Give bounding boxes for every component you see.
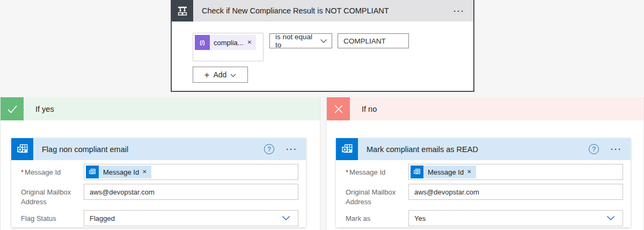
flag-status-row: Flag Status Flagged xyxy=(21,210,298,226)
token-label: Message Id xyxy=(423,168,467,176)
condition-operator-dropdown[interactable]: is not equal to xyxy=(269,33,332,48)
check-icon xyxy=(1,97,24,120)
ellipsis-icon: ··· xyxy=(286,145,297,154)
ellipsis-icon: ··· xyxy=(453,6,465,16)
plus-icon: + xyxy=(204,70,210,80)
condition-card-header[interactable]: Check if New Compliance Result is NOT CO… xyxy=(172,0,473,21)
required-mark: * xyxy=(21,168,24,176)
chevron-down-icon xyxy=(606,215,615,221)
if-yes-branch: If yes Flag non compliant email ? ··· xyxy=(0,97,320,230)
outlook-icon xyxy=(411,166,423,178)
mailbox-input[interactable] xyxy=(84,184,298,199)
mailbox-input[interactable] xyxy=(409,184,623,199)
condition-menu-button[interactable]: ··· xyxy=(445,7,473,15)
dynamic-content-token[interactable]: (/) complia... ✕ xyxy=(195,35,256,50)
action-title: Flag non compliant email xyxy=(42,145,264,154)
chevron-down-icon xyxy=(230,70,236,79)
condition-card: Check if New Compliance Result is NOT CO… xyxy=(171,0,474,92)
outlook-icon xyxy=(86,166,99,178)
message-id-field[interactable]: Message Id ✕ xyxy=(84,164,298,180)
outlook-icon xyxy=(336,138,358,160)
condition-operand-box[interactable]: (/) complia... ✕ xyxy=(193,33,264,61)
ellipsis-icon: ··· xyxy=(611,145,622,154)
cross-icon xyxy=(327,97,350,120)
outlook-icon xyxy=(11,138,33,160)
mark-as-label: Mark as xyxy=(346,210,408,224)
message-id-token[interactable]: Message Id ✕ xyxy=(411,166,476,178)
flag-status-value: Flagged xyxy=(84,214,282,222)
flag-status-label: Flag Status xyxy=(21,210,84,224)
message-id-token[interactable]: Message Id ✕ xyxy=(86,166,151,178)
token-label: Message Id xyxy=(99,168,142,176)
mark-as-dropdown[interactable]: Yes xyxy=(408,210,623,226)
action-card-header[interactable]: Mark compliant emails as READ ? ··· xyxy=(336,138,631,160)
message-id-row: *Message Id Message Id xyxy=(346,164,623,180)
token-remove-icon[interactable]: ✕ xyxy=(247,40,256,45)
help-icon[interactable]: ? xyxy=(589,144,599,154)
action-card-header[interactable]: Flag non compliant email ? ··· xyxy=(11,138,306,160)
chevron-down-icon xyxy=(320,39,327,44)
if-yes-label: If yes xyxy=(35,105,54,113)
action-body: *Message Id Message Id xyxy=(11,160,306,226)
token-label: complia... xyxy=(210,39,247,47)
flag-email-action-card: Flag non compliant email ? ··· *Message … xyxy=(11,138,306,227)
if-no-label: If no xyxy=(362,105,377,113)
if-yes-header: If yes xyxy=(1,97,320,120)
condition-value-input[interactable] xyxy=(338,33,409,48)
mark-as-row: Mark as Yes xyxy=(346,210,623,226)
flag-status-dropdown[interactable]: Flagged xyxy=(84,210,298,226)
message-id-label: *Message Id xyxy=(21,164,84,177)
mailbox-row: Original Mailbox Address xyxy=(21,184,298,206)
mark-read-action-card: Mark compliant emails as READ ? ··· *Mes… xyxy=(336,138,631,227)
chevron-down-icon xyxy=(282,215,290,221)
mailbox-label: Original Mailbox Address xyxy=(346,184,408,206)
message-id-label: *Message Id xyxy=(346,164,408,177)
action-title: Mark compliant emails as READ xyxy=(367,145,589,154)
if-no-header: If no xyxy=(327,97,643,120)
token-remove-icon[interactable]: ✕ xyxy=(467,169,475,175)
condition-branch-icon xyxy=(172,0,193,21)
condition-title: Check if New Compliance Result is NOT CO… xyxy=(202,6,445,15)
help-icon[interactable]: ? xyxy=(264,144,274,154)
mailbox-field xyxy=(408,184,623,200)
mailbox-label: Original Mailbox Address xyxy=(21,184,84,206)
message-id-row: *Message Id Message Id xyxy=(21,164,298,180)
mailbox-field xyxy=(84,184,298,200)
action-menu-button[interactable]: ··· xyxy=(602,145,631,153)
action-body: *Message Id Message Id xyxy=(336,160,631,226)
mark-as-value: Yes xyxy=(409,214,606,222)
if-no-branch: If no Mark compliant emails as READ ? ··… xyxy=(326,97,644,230)
condition-body: (/) complia... ✕ is not equal to + Add xyxy=(172,21,473,91)
flow-designer-canvas: Check if New Compliance Result is NOT CO… xyxy=(0,0,644,230)
action-menu-button[interactable]: ··· xyxy=(277,145,306,153)
required-mark: * xyxy=(346,168,348,176)
add-button-label: Add xyxy=(214,70,227,79)
add-condition-button[interactable]: + Add xyxy=(193,67,248,83)
operator-value: is not equal to xyxy=(275,33,318,49)
message-id-field[interactable]: Message Id ✕ xyxy=(408,164,623,180)
mailbox-row: Original Mailbox Address xyxy=(346,184,623,206)
expression-icon: (/) xyxy=(195,35,210,50)
token-remove-icon[interactable]: ✕ xyxy=(142,169,151,175)
